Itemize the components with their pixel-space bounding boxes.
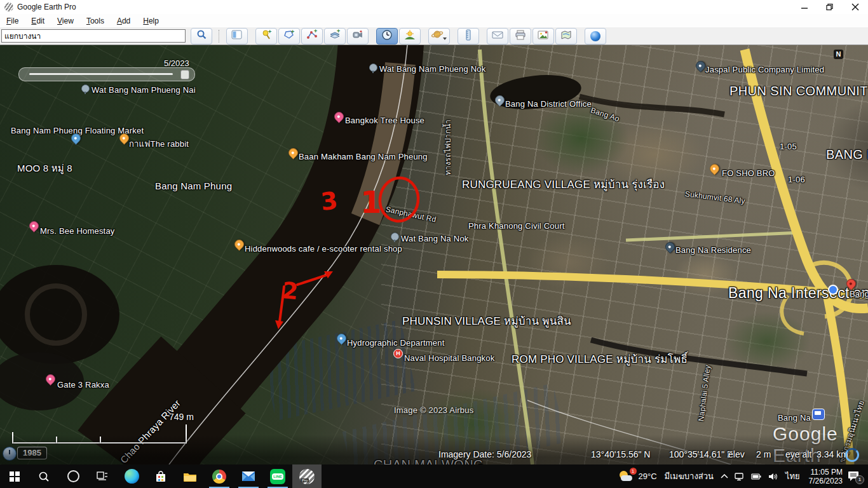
menu-bar: File Edit View Tools Add Help [0, 14, 868, 28]
earth-button[interactable] [585, 28, 606, 44]
search-icon [196, 29, 207, 43]
cortana-button[interactable] [58, 464, 88, 488]
video-camera-icon [352, 29, 363, 43]
historical-imagery-button[interactable] [376, 28, 398, 44]
tray-clock[interactable]: 11:05 PM 7/26/2023 [809, 468, 843, 485]
annotation-arrowhead-down [275, 320, 283, 329]
status-imagery-date: Imagery Date: 5/6/2023 [438, 449, 531, 459]
north-compass[interactable]: N [834, 50, 843, 59]
taskbar-line-button[interactable]: LINE [263, 464, 292, 488]
save-image-icon [538, 30, 549, 43]
line-app-icon: LINE [270, 469, 285, 484]
saturn-icon [431, 29, 447, 43]
windows-logo-icon [10, 471, 20, 482]
taskbar-mail-button[interactable] [234, 464, 263, 488]
tray-chevron-up-icon[interactable] [721, 474, 728, 479]
ruler-button[interactable] [458, 28, 479, 44]
svg-text:+: + [337, 29, 340, 34]
taskbar-google-earth-button[interactable]: Pro [292, 464, 322, 488]
search-icon [38, 471, 50, 482]
search-button[interactable] [191, 28, 212, 44]
taskbar-chrome-button[interactable] [205, 464, 234, 488]
file-explorer-icon [183, 471, 197, 482]
task-view-button[interactable] [88, 464, 117, 488]
scale-label: 749 m [169, 412, 194, 422]
tray-language[interactable]: ไทย [785, 470, 800, 483]
ruler-icon [464, 29, 473, 43]
taskbar: LINE Pro 1 29°C มีเมฆบางส่วน ไทย 11:05 P… [0, 464, 868, 488]
task-view-icon [97, 471, 108, 482]
menu-file[interactable]: File [0, 15, 25, 27]
annotation-ink-layer [0, 44, 868, 464]
taskbar-store-button[interactable] [146, 464, 175, 488]
microsoft-store-icon [154, 470, 167, 483]
svg-text:+: + [268, 29, 271, 35]
window-title: Google Earth Pro [17, 3, 76, 11]
search-input[interactable] [1, 29, 186, 43]
annotation-arrow-down [280, 287, 284, 322]
notification-badge: 1 [855, 475, 864, 484]
weather-tray-icon[interactable]: 1 [618, 469, 635, 484]
annotation-circle [377, 175, 421, 224]
title-bar: Google Earth Pro [0, 0, 868, 14]
path-icon: + [306, 29, 318, 43]
status-elev-label: elev [728, 449, 745, 459]
planets-button[interactable] [428, 28, 450, 44]
placemark-icon: + [261, 29, 272, 43]
print-button[interactable] [510, 28, 531, 44]
desktop: Google Earth Pro File Edit View Tools Ad… [0, 0, 868, 488]
chrome-icon [212, 470, 226, 484]
printer-icon [515, 30, 526, 43]
time-slider-date: 5/2023 [164, 58, 189, 68]
action-center-button[interactable]: 1 [848, 470, 862, 483]
time-slider[interactable] [18, 67, 195, 81]
taskbar-edge-button[interactable] [117, 464, 146, 488]
status-elev-value: 2 m [756, 449, 771, 459]
menu-edit[interactable]: Edit [25, 15, 51, 27]
taskbar-explorer-button[interactable] [175, 464, 205, 488]
cloud-icon [621, 475, 632, 481]
add-polygon-button[interactable]: + [278, 28, 300, 44]
edge-icon [125, 469, 139, 484]
add-image-overlay-button[interactable]: + [324, 28, 346, 44]
start-button[interactable] [0, 464, 29, 488]
map-icon [560, 30, 572, 43]
svg-text:+: + [314, 29, 317, 34]
cortana-icon [67, 470, 79, 482]
envelope-icon [492, 30, 503, 42]
status-eye-value: 3.34 km [817, 449, 848, 459]
polygon-icon: + [283, 29, 295, 43]
status-longitude: 100°35'14.61" E [669, 449, 733, 459]
menu-tools[interactable]: Tools [80, 15, 111, 27]
sidebar-toggle-button[interactable] [226, 28, 248, 44]
network-icon[interactable] [735, 472, 745, 481]
system-tray: 1 29°C มีเมฆบางส่วน ไทย 11:05 PM 7/26/20… [613, 464, 868, 488]
view-in-maps-button[interactable] [555, 28, 577, 44]
earth-icon [590, 31, 600, 41]
app-icon [4, 3, 13, 11]
time-slider-handle[interactable] [180, 70, 189, 79]
tray-temperature[interactable]: 29°C [639, 471, 657, 481]
add-placemark-button[interactable]: + [255, 28, 277, 44]
taskbar-search-button[interactable] [29, 464, 58, 488]
mail-icon [241, 471, 255, 482]
add-path-button[interactable]: + [301, 28, 323, 44]
battery-icon[interactable] [751, 473, 762, 480]
status-latitude: 13°40'15.56" N [591, 449, 650, 459]
map-viewport[interactable]: Wat Bang Nam Phueng NokWat Bang Nam Phue… [0, 44, 868, 464]
menu-view[interactable]: View [51, 15, 80, 27]
save-image-button[interactable] [532, 28, 554, 44]
toolbar: + + + + [0, 27, 868, 45]
close-button[interactable] [843, 0, 868, 14]
minimize-button[interactable] [792, 0, 817, 14]
volume-icon[interactable] [768, 472, 778, 481]
record-tour-button[interactable] [347, 28, 369, 44]
tray-weather-text[interactable]: มีเมฆบางส่วน [665, 470, 714, 483]
weather-badge: 1 [630, 468, 637, 475]
email-button[interactable] [487, 28, 508, 44]
restore-button[interactable] [817, 0, 843, 14]
sunlight-button[interactable] [399, 28, 421, 44]
tray-time: 11:05 PM [809, 468, 843, 477]
menu-help[interactable]: Help [137, 15, 165, 27]
menu-add[interactable]: Add [111, 15, 137, 27]
